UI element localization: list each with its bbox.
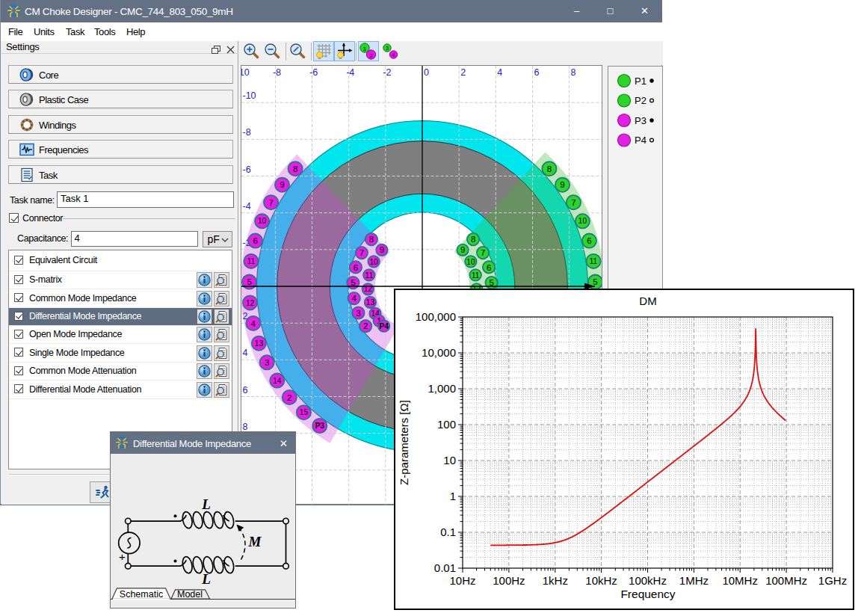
svg-text:10,000: 10,000 bbox=[422, 346, 456, 359]
svg-text:7: 7 bbox=[359, 248, 364, 257]
svg-text:0.1: 0.1 bbox=[440, 526, 456, 538]
svg-text:L: L bbox=[201, 496, 211, 512]
svg-text:Model: Model bbox=[177, 589, 203, 600]
svg-text:4: 4 bbox=[497, 67, 502, 78]
svg-text:1kHz: 1kHz bbox=[543, 574, 568, 587]
svg-text:Frequency: Frequency bbox=[620, 588, 675, 600]
svg-text:3: 3 bbox=[356, 309, 360, 318]
svg-text:6: 6 bbox=[243, 385, 248, 395]
svg-text:7: 7 bbox=[571, 198, 575, 207]
svg-text:8: 8 bbox=[571, 67, 576, 78]
svg-text:10Hz: 10Hz bbox=[449, 574, 475, 587]
svg-text:6: 6 bbox=[354, 263, 358, 272]
svg-text:6: 6 bbox=[534, 67, 540, 78]
svg-text:15: 15 bbox=[300, 408, 309, 416]
svg-text:100,000: 100,000 bbox=[416, 310, 456, 323]
svg-text:6: 6 bbox=[587, 236, 591, 245]
svg-text:+: + bbox=[119, 550, 126, 563]
svg-text:P2: P2 bbox=[635, 95, 646, 106]
svg-text:2: 2 bbox=[287, 393, 291, 402]
svg-text:13: 13 bbox=[366, 298, 375, 307]
svg-text:1GHz: 1GHz bbox=[818, 574, 847, 587]
svg-text:0: 0 bbox=[424, 67, 429, 78]
svg-text:6: 6 bbox=[253, 236, 257, 245]
svg-text:4: 4 bbox=[243, 348, 248, 358]
svg-text:100Hz: 100Hz bbox=[493, 574, 525, 587]
svg-text:4: 4 bbox=[351, 294, 357, 303]
svg-text:10: 10 bbox=[578, 217, 587, 225]
svg-text:3: 3 bbox=[386, 46, 389, 51]
svg-text:-10: -10 bbox=[241, 67, 250, 78]
svg-text:11: 11 bbox=[247, 257, 256, 265]
svg-text:14: 14 bbox=[273, 377, 282, 385]
svg-text:10: 10 bbox=[258, 217, 267, 225]
svg-text:11: 11 bbox=[472, 271, 480, 280]
svg-text:8: 8 bbox=[243, 422, 248, 432]
svg-text:10: 10 bbox=[443, 454, 456, 466]
svg-text:2: 2 bbox=[460, 67, 466, 78]
svg-text:7: 7 bbox=[268, 198, 273, 207]
svg-text:P4: P4 bbox=[379, 322, 389, 330]
svg-text:9: 9 bbox=[460, 245, 465, 254]
svg-text:Schematic: Schematic bbox=[120, 589, 163, 600]
svg-text:8: 8 bbox=[293, 164, 297, 173]
svg-text:M: M bbox=[248, 534, 262, 549]
svg-text:5: 5 bbox=[593, 277, 597, 286]
svg-text:-2: -2 bbox=[383, 67, 391, 78]
svg-text:P3: P3 bbox=[635, 115, 646, 126]
svg-text:Z-parameters [Ω]: Z-parameters [Ω] bbox=[398, 400, 410, 485]
svg-text:1: 1 bbox=[450, 490, 456, 502]
svg-text:100kHz: 100kHz bbox=[629, 574, 667, 587]
svg-text:9: 9 bbox=[560, 180, 564, 189]
svg-text:4: 4 bbox=[392, 52, 395, 58]
svg-text:2: 2 bbox=[369, 52, 373, 59]
svg-text:P4: P4 bbox=[635, 135, 646, 146]
svg-text:8: 8 bbox=[547, 164, 552, 173]
svg-text:10: 10 bbox=[370, 258, 379, 266]
svg-text:-4: -4 bbox=[243, 201, 251, 212]
svg-text:DM: DM bbox=[639, 295, 656, 307]
svg-text:13: 13 bbox=[255, 339, 264, 348]
svg-text:10kHz: 10kHz bbox=[585, 574, 617, 587]
svg-text:5: 5 bbox=[247, 277, 251, 286]
svg-text:11: 11 bbox=[365, 271, 374, 280]
svg-text:12: 12 bbox=[246, 299, 255, 307]
svg-text:8: 8 bbox=[369, 235, 374, 244]
svg-text:-8: -8 bbox=[243, 127, 251, 138]
svg-text:-10: -10 bbox=[243, 90, 256, 101]
svg-text:1,000: 1,000 bbox=[428, 382, 456, 395]
svg-text:1: 1 bbox=[363, 46, 367, 52]
svg-text:11: 11 bbox=[590, 257, 598, 265]
svg-text:1MHz: 1MHz bbox=[679, 574, 709, 587]
svg-text:-8: -8 bbox=[273, 67, 281, 78]
svg-text:9: 9 bbox=[380, 245, 384, 254]
svg-text:9: 9 bbox=[280, 180, 284, 189]
svg-text:-6: -6 bbox=[309, 67, 318, 78]
svg-text:6: 6 bbox=[487, 263, 491, 272]
svg-text:100MHz: 100MHz bbox=[765, 574, 807, 587]
svg-text:P3: P3 bbox=[315, 422, 325, 430]
svg-text:3: 3 bbox=[265, 358, 269, 367]
svg-text:L: L bbox=[201, 571, 211, 587]
svg-text:P1: P1 bbox=[635, 76, 646, 87]
svg-text:-6: -6 bbox=[243, 164, 251, 175]
svg-text:100: 100 bbox=[437, 418, 456, 431]
svg-text:2: 2 bbox=[363, 321, 368, 330]
svg-text:4: 4 bbox=[251, 319, 256, 328]
svg-text:-4: -4 bbox=[346, 67, 354, 78]
svg-text:0.01: 0.01 bbox=[434, 561, 456, 574]
svg-text:7: 7 bbox=[481, 248, 485, 257]
svg-text:10: 10 bbox=[466, 258, 475, 266]
svg-text:8: 8 bbox=[471, 235, 475, 244]
svg-text:10MHz: 10MHz bbox=[722, 574, 758, 587]
